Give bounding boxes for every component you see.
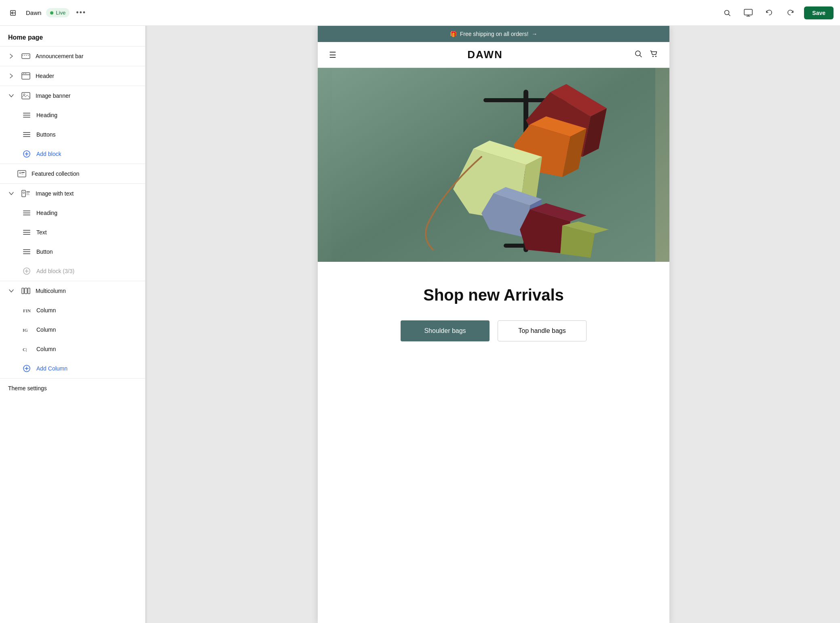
section-header: Header (0, 66, 145, 86)
undo-button[interactable] (762, 6, 777, 20)
block-lines-icon-5 (21, 246, 32, 257)
svg-point-14 (23, 94, 25, 95)
sidebar-item-iwt-button[interactable]: Button (0, 242, 145, 261)
store-header-icons (634, 49, 658, 60)
sidebar-item-image-with-text[interactable]: Image with text (0, 184, 145, 203)
shoulder-bags-button[interactable]: Shoulder bags (401, 320, 490, 341)
iwt-add-label: Add block (3/3) (36, 268, 74, 274)
store-cart-icon[interactable] (649, 49, 658, 60)
shop-section-preview: Shop new Arrivals Shoulder bags Top hand… (318, 262, 669, 358)
sidebar-item-iwt-text[interactable]: Text (0, 223, 145, 242)
chevron-right-icon-2 (8, 73, 15, 79)
sidebar: Home page Announcement bar (0, 26, 146, 623)
hero-image-preview (318, 68, 669, 262)
announcement-bar-preview: 🎁 Free shipping on all orders! → (318, 26, 669, 42)
preview-frame: 🎁 Free shipping on all orders! → ☰ DAWN (318, 26, 669, 623)
announcement-bar-icon (20, 51, 32, 62)
svg-line-3 (729, 14, 730, 16)
shop-title-preview: Shop new Arrivals (334, 286, 653, 304)
svg-rect-4 (744, 9, 752, 15)
section-featured-collection: Featured collection (0, 164, 145, 184)
announcement-text: Free shipping on all orders! (460, 31, 529, 37)
sidebar-item-ib-heading[interactable]: Heading (0, 105, 145, 125)
svg-rect-24 (26, 192, 30, 192)
search-button[interactable] (720, 6, 734, 20)
ib-add-label: Add block (36, 151, 61, 157)
chevron-down-icon (8, 93, 15, 99)
featured-collection-icon (16, 168, 27, 179)
mc-col2-icon: IG (21, 324, 32, 335)
store-title: Dawn (26, 9, 41, 16)
svg-text:FIN: FIN (23, 308, 31, 313)
live-badge: Live (46, 8, 70, 17)
svg-point-42 (655, 56, 656, 57)
sidebar-item-ib-add[interactable]: Add block (0, 144, 145, 164)
sidebar-item-ib-buttons[interactable]: Buttons (0, 125, 145, 144)
svg-rect-26 (26, 194, 30, 195)
store-search-icon[interactable] (634, 49, 643, 60)
block-lines-icon-4 (21, 227, 32, 238)
header-label: Header (36, 73, 54, 79)
sidebar-item-mc-col2[interactable]: IG Column (0, 320, 145, 339)
image-banner-icon (20, 90, 32, 101)
svg-rect-25 (26, 193, 29, 194)
mc-col1-label: Column (36, 307, 56, 314)
sidebar-item-announcement-bar[interactable]: Announcement bar (0, 46, 145, 66)
add-column-icon (21, 363, 32, 374)
theme-settings[interactable]: Theme settings (0, 379, 145, 398)
sidebar-item-mc-col1[interactable]: FIN Column (0, 301, 145, 320)
svg-rect-32 (28, 288, 30, 294)
svg-rect-30 (22, 288, 24, 294)
section-announcement-bar: Announcement bar (0, 46, 145, 66)
back-button[interactable] (6, 6, 21, 20)
save-button[interactable]: Save (804, 6, 834, 19)
shop-buttons-preview: Shoulder bags Top handle bags (334, 320, 653, 341)
desktop-preview-button[interactable] (741, 6, 756, 20)
ib-buttons-label: Buttons (36, 131, 55, 138)
chevron-right-icon (8, 53, 15, 59)
svg-rect-21 (21, 174, 23, 175)
sidebar-item-multicolumn[interactable]: Multicolumn (0, 281, 145, 301)
ib-heading-label: Heading (36, 112, 57, 118)
topbar-right: Save (720, 6, 834, 20)
top-handle-bags-button[interactable]: Top handle bags (498, 320, 587, 341)
sidebar-item-mc-add[interactable]: Add Column (0, 359, 145, 378)
svg-point-2 (725, 10, 729, 15)
announcement-emoji: 🎁 (450, 31, 457, 37)
multicolumn-icon (20, 285, 32, 297)
chevron-down-icon-2 (8, 190, 15, 197)
sidebar-header: Home page (0, 26, 145, 46)
svg-rect-31 (25, 288, 27, 294)
svg-point-19 (19, 172, 21, 174)
mc-add-label: Add Column (36, 365, 68, 372)
image-banner-label: Image banner (36, 93, 70, 99)
iwt-button-label: Button (36, 248, 53, 255)
section-image-with-text: Image with text Heading Text (0, 184, 145, 281)
more-button[interactable]: ••• (76, 8, 86, 17)
svg-line-40 (640, 55, 642, 57)
section-multicolumn: Multicolumn FIN Column IG Column (0, 281, 145, 379)
preview-area: 🎁 Free shipping on all orders! → ☰ DAWN (147, 26, 840, 623)
image-with-text-icon (20, 188, 32, 199)
block-lines-icon-2 (21, 129, 32, 140)
svg-text:C|: C| (23, 347, 27, 352)
hero-svg (332, 68, 655, 262)
announcement-arrow: → (532, 31, 537, 37)
sidebar-item-featured-collection[interactable]: Featured collection (0, 164, 145, 183)
announcement-bar-label: Announcement bar (36, 53, 83, 59)
sidebar-item-image-banner[interactable]: Image banner (0, 86, 145, 105)
svg-point-23 (23, 192, 25, 194)
svg-rect-20 (21, 172, 25, 173)
live-dot (50, 11, 53, 15)
svg-rect-7 (22, 54, 30, 59)
hamburger-icon[interactable]: ☰ (329, 50, 336, 60)
store-header-preview: ☰ DAWN (318, 42, 669, 68)
sidebar-item-header[interactable]: Header (0, 66, 145, 86)
block-lines-icon-3 (21, 207, 32, 219)
header-icon (20, 70, 32, 82)
block-lines-icon (21, 109, 32, 121)
sidebar-item-mc-col3[interactable]: C| Column (0, 339, 145, 359)
sidebar-item-iwt-heading[interactable]: Heading (0, 203, 145, 223)
section-image-banner: Image banner Heading Buttons (0, 86, 145, 164)
redo-button[interactable] (783, 6, 798, 20)
